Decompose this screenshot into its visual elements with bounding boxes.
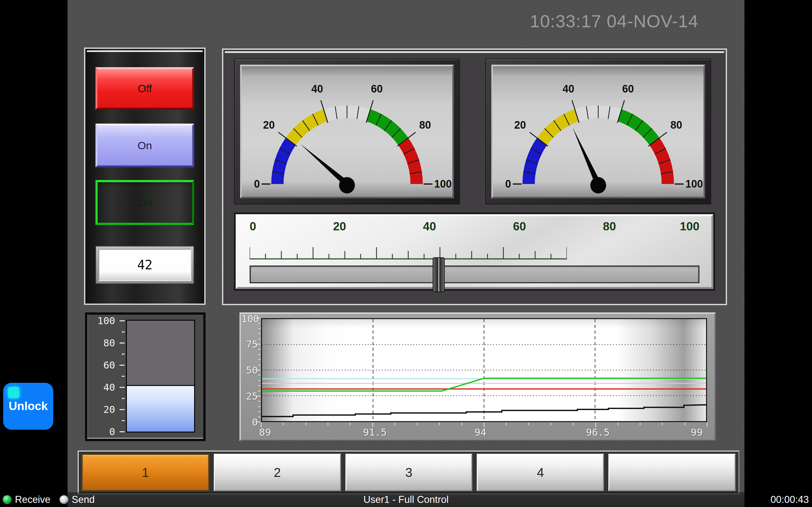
trend-y-tick <box>258 359 260 360</box>
bar-scale-label: 60 <box>90 359 115 371</box>
trend-y-tick <box>258 411 260 412</box>
trend-x-tick <box>595 423 596 427</box>
nav-page-button-label: 2 <box>274 465 281 480</box>
trend-y-tick <box>258 401 260 401</box>
setpoint-slider: 020406080100 <box>234 213 715 291</box>
session-timer: 00:00:43 <box>770 494 809 505</box>
bar-scale-tick <box>119 320 125 321</box>
trend-x-tick <box>573 423 573 425</box>
gauge-tick-label: 80 <box>670 119 682 131</box>
trend-x-tick <box>707 423 707 427</box>
trend-x-tick <box>551 423 551 425</box>
bar-scale-label: 80 <box>90 337 115 349</box>
trend-chart-inner: 02550751008991.59496.599 <box>241 314 715 440</box>
trend-x-tick <box>417 423 417 425</box>
trend-y-tick <box>258 391 260 391</box>
numeric-value-display[interactable]: 42 <box>98 249 191 281</box>
trend-x-label: 99 <box>691 427 703 438</box>
bar-scale-tick <box>122 331 125 332</box>
trend-x-tick <box>261 423 261 427</box>
slider-track[interactable] <box>250 266 699 283</box>
trend-x-tick <box>506 423 507 425</box>
bar-scale-tick <box>119 431 125 432</box>
unlock-button[interactable]: Unlock <box>3 383 53 430</box>
analog-meter-right-svg: 020406080100 <box>493 66 704 197</box>
off-button[interactable]: Off <box>96 67 194 110</box>
trend-x-tick <box>439 423 440 425</box>
trend-x-tick <box>618 423 618 425</box>
trend-y-label: 25 <box>241 390 258 402</box>
datetime-display: 10:33:17 04-NOV-14 <box>530 11 699 32</box>
bar-scale-tick <box>122 398 125 399</box>
on-button-green[interactable]: On <box>96 180 194 225</box>
current-user-label: User1 - Full Control <box>0 494 812 505</box>
slider-handle[interactable] <box>433 257 445 292</box>
trend-y-tick <box>258 417 260 417</box>
hmi-screen: 10:33:17 04-NOV-14 Off On On 42 02040608… <box>0 0 812 507</box>
gauge-tick-label: 0 <box>254 178 260 190</box>
gauge-tick-label: 20 <box>514 119 526 131</box>
analog-meter-left: 020406080100 <box>234 59 460 205</box>
trend-y-label: 0 <box>241 416 258 428</box>
trend-x-tick <box>684 423 685 425</box>
trend-x-tick <box>662 423 663 425</box>
gauge-tick-label: 40 <box>311 82 323 95</box>
nav-page-button-5[interactable] <box>608 454 735 491</box>
bar-scale-tick <box>119 365 125 366</box>
setpoint-slider-face: 020406080100 <box>236 214 713 289</box>
bar-scale-tick <box>122 376 125 377</box>
trend-x-tick <box>640 423 641 425</box>
slider-scale-label: 80 <box>603 220 616 233</box>
trend-x-tick <box>528 423 529 425</box>
nav-page-button-1[interactable]: 1 <box>82 454 209 491</box>
off-button-label: Off <box>138 82 152 95</box>
on-button-blue-label: On <box>138 139 152 152</box>
slider-scale-label: 40 <box>423 220 436 233</box>
trend-x-tick <box>372 423 373 427</box>
bar-scale-label: 40 <box>90 382 115 393</box>
trend-y-tick <box>258 375 260 376</box>
analog-meter-right: 020406080100 <box>485 59 711 205</box>
on-button-blue[interactable]: On <box>96 124 194 167</box>
nav-page-button-label: 1 <box>142 465 149 480</box>
trend-y-tick <box>258 323 260 324</box>
trend-y-tick <box>258 385 260 386</box>
analog-meter-left-svg: 020406080100 <box>242 66 452 197</box>
bar-scale-label: 0 <box>90 426 115 437</box>
trend-y-label: 50 <box>241 364 258 376</box>
trend-x-label: 91.5 <box>363 427 387 438</box>
trend-chart: 02550751008991.59496.599 <box>240 313 716 441</box>
gauge-tick-label: 20 <box>263 119 275 131</box>
nav-page-button-3[interactable]: 3 <box>345 454 473 491</box>
nav-page-button-2[interactable]: 2 <box>214 454 341 491</box>
trend-y-label: 75 <box>241 338 258 350</box>
trend-y-tick <box>258 339 260 339</box>
gauge-needle-hub <box>590 177 606 193</box>
analog-meter-left-face: 020406080100 <box>240 65 454 199</box>
gauge-needle-hub <box>339 177 355 193</box>
trend-x-tick <box>283 423 284 425</box>
bar-graph-area <box>126 320 195 433</box>
bar-scale-label: 100 <box>90 315 115 326</box>
trend-y-tick <box>258 406 260 407</box>
trend-y-tick <box>256 370 260 371</box>
trend-x-label: 94 <box>474 427 486 438</box>
trend-y-tick <box>258 365 260 365</box>
gauge-tick-label: 60 <box>371 82 383 95</box>
nav-page-button-4[interactable]: 4 <box>477 454 604 491</box>
nav-page-button-label: 3 <box>405 465 412 480</box>
bar-graph-fill <box>127 385 194 432</box>
trend-y-tick <box>258 349 260 349</box>
meter-slider-group-panel: 020406080100 020406080100 020406080100 <box>222 49 727 305</box>
trend-y-tick <box>256 344 260 344</box>
bar-scale-tick <box>122 354 125 354</box>
trend-series-svg <box>262 319 706 421</box>
gauge-tick-label: 80 <box>419 119 431 131</box>
slider-scale-ticks <box>250 236 567 261</box>
trend-y-tick <box>256 396 260 396</box>
slider-scale-label: 100 <box>680 220 699 233</box>
bar-scale-label: 20 <box>90 404 115 415</box>
status-bar: Receive Send User1 - Full Control 00:00:… <box>0 492 812 507</box>
bar-scale-tick <box>119 409 125 410</box>
trend-x-tick <box>305 423 306 425</box>
